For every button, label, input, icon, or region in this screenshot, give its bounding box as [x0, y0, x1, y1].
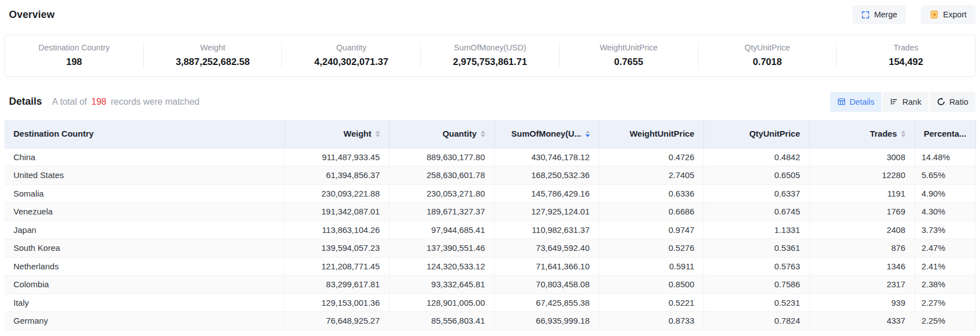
table-row: Netherlands121,208,771.45124,320,533.127…: [4, 257, 976, 276]
sort-icon: [901, 130, 906, 138]
cell-quantity: 93,332,645.81: [389, 276, 494, 294]
topbar-actions: Merge Export: [852, 5, 976, 24]
cell-qtyunitprice: 0.6337: [704, 184, 809, 203]
cell-percenta: 4.30%: [915, 203, 976, 221]
cell-weightunitprice: 0.5911: [599, 257, 704, 276]
cell-quantity: 124,320,533.12: [389, 257, 494, 276]
cell-qtyunitprice: 0.4842: [704, 148, 809, 166]
cell-trades: 2317: [809, 276, 915, 294]
cell-qtyunitprice: 0.5361: [704, 239, 809, 258]
cell-sumofmoney-u: 127,925,124.01: [494, 203, 599, 221]
col-header-label: Trades: [870, 129, 897, 138]
cell-weightunitprice: 0.6686: [599, 203, 704, 221]
record-count: 198: [91, 97, 106, 106]
cell-destination-country: Netherlands: [4, 257, 284, 276]
cell-qtyunitprice: 0.6745: [704, 203, 809, 221]
tab-label: Ratio: [949, 97, 968, 106]
cell-trades: 1191: [809, 184, 915, 203]
table-row: China911,487,933.45889,630,177.80430,746…: [4, 148, 976, 166]
sort-icon: [376, 130, 380, 138]
col-header-label: Destination Country: [13, 129, 93, 138]
overview-stats-card: Destination Country 198 Weight 3,887,252…: [4, 35, 976, 77]
stat-label: Destination Country: [10, 43, 139, 52]
cell-quantity: 137,390,551.46: [389, 239, 494, 258]
col-header-label: QtyUnitPrice: [749, 129, 800, 138]
cell-percenta: 2.47%: [915, 239, 976, 258]
ratio-icon: [937, 97, 945, 106]
cell-sumofmoney-u: 430,746,178.12: [494, 148, 599, 166]
col-header-sumofmoney-u[interactable]: SumOfMoney(U...: [494, 120, 599, 148]
stat-label: Quantity: [287, 43, 416, 52]
stat-value: 0.7018: [703, 57, 832, 68]
cell-weight: 61,394,856.37: [284, 166, 389, 185]
stat-value: 0.7655: [564, 57, 693, 68]
merge-button[interactable]: Merge: [852, 5, 906, 24]
page-title: Overview: [9, 9, 55, 21]
cell-quantity: 230,053,271.80: [389, 184, 494, 203]
col-header-destination-country: Destination Country: [4, 120, 284, 148]
stat-qtyunitprice: QtyUnitPrice 0.7018: [698, 43, 837, 68]
tab-ratio[interactable]: Ratio: [930, 92, 976, 112]
merge-icon: [861, 11, 870, 19]
cell-sumofmoney-u: 73,649,592.40: [494, 239, 599, 258]
table-row: Venezuela191,342,087.01189,671,327.37127…: [4, 203, 976, 221]
cell-qtyunitprice: 0.6505: [704, 166, 809, 185]
cell-weightunitprice: 0.5221: [599, 293, 704, 312]
cell-weight: 113,863,104.26: [284, 221, 389, 239]
stat-label: QtyUnitPrice: [703, 43, 832, 52]
topbar: Overview Merge Export: [0, 0, 980, 25]
col-header-label: Quantity: [443, 129, 477, 138]
table-row: Japan113,863,104.2697,944,685.41110,982,…: [4, 221, 976, 239]
tab-details[interactable]: Details: [830, 92, 881, 112]
col-header-qtyunitprice: QtyUnitPrice: [704, 120, 809, 148]
stat-weightunitprice: WeightUnitPrice 0.7655: [560, 43, 698, 68]
cell-quantity: 889,630,177.80: [389, 148, 494, 166]
cell-trades: 939: [809, 293, 915, 312]
tab-rank[interactable]: Rank: [883, 92, 929, 112]
cell-weight: 139,594,057.23: [284, 239, 389, 258]
cell-destination-country: Venezuela: [4, 203, 284, 221]
cell-destination-country: Germany: [4, 312, 284, 330]
cell-destination-country: China: [4, 148, 284, 166]
page: Overview Merge Export Destination Countr…: [0, 0, 980, 330]
cell-sumofmoney-u: 168,250,532.36: [494, 166, 599, 185]
cell-trades: 3008: [809, 148, 915, 166]
cell-weight: 83,299,617.81: [284, 276, 389, 294]
stat-label: Weight: [148, 43, 278, 52]
cell-weight: 230,093,221.88: [284, 184, 389, 203]
cell-weight: 911,487,933.45: [284, 148, 389, 166]
cell-quantity: 97,944,685.41: [389, 221, 494, 239]
cell-weightunitprice: 0.9747: [599, 221, 704, 239]
table-row: Germany76,648,925.2785,556,803.4166,935,…: [4, 312, 976, 330]
col-header-weight[interactable]: Weight: [284, 120, 389, 148]
cell-trades: 1346: [809, 257, 915, 276]
col-header-quantity[interactable]: Quantity: [389, 120, 494, 148]
sort-icon: [585, 130, 590, 138]
cell-weightunitprice: 0.8500: [599, 276, 704, 294]
details-bar: Details A total of198records were matche…: [0, 77, 980, 112]
rank-icon: [890, 97, 898, 106]
cell-percenta: 4.90%: [915, 184, 976, 203]
cell-weightunitprice: 2.7405: [599, 166, 704, 185]
cell-weightunitprice: 0.4726: [599, 148, 704, 166]
stat-value: 3,887,252,682.58: [148, 57, 278, 68]
export-button[interactable]: Export: [921, 5, 976, 24]
stat-quantity: Quantity 4,240,302,071.37: [282, 43, 421, 68]
table-icon: [837, 97, 846, 106]
details-heading: Details A total of198records were matche…: [9, 96, 199, 108]
details-table-wrap: Destination Country Weight Quantity SumO…: [4, 120, 976, 330]
cell-sumofmoney-u: 66,935,999.18: [494, 312, 599, 330]
cell-qtyunitprice: 0.5231: [704, 293, 809, 312]
tab-label: Rank: [902, 97, 921, 106]
col-header-label: WeightUnitPrice: [630, 129, 695, 138]
cell-trades: 2408: [809, 221, 915, 239]
table-row: South Korea139,594,057.23137,390,551.467…: [4, 239, 976, 258]
export-button-label: Export: [943, 10, 967, 19]
col-header-trades[interactable]: Trades: [809, 120, 915, 148]
stat-label: WeightUnitPrice: [564, 43, 693, 52]
table-row: United States61,394,856.37258,630,601.78…: [4, 166, 976, 185]
cell-weightunitprice: 0.5276: [599, 239, 704, 258]
cell-destination-country: Japan: [4, 221, 284, 239]
cell-qtyunitprice: 0.7824: [704, 312, 809, 330]
cell-percenta: 2.25%: [915, 312, 976, 330]
